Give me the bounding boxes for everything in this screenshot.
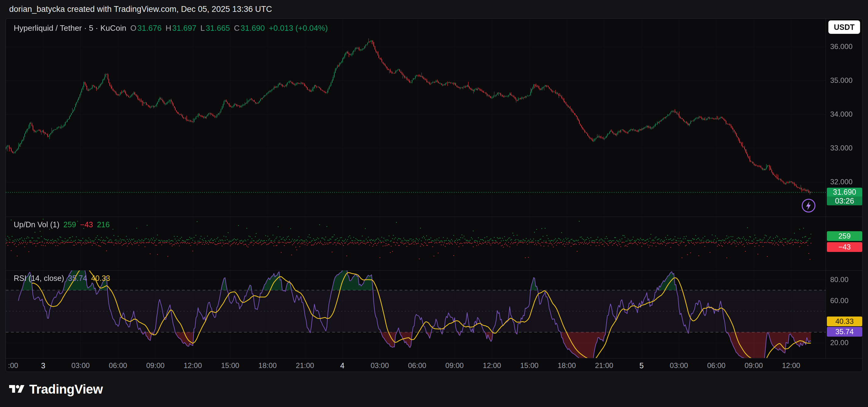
- rsi-title[interactable]: RSI (14, close): [14, 274, 64, 283]
- pane-separator[interactable]: [6, 217, 862, 217]
- time-axis-label: 12:00: [184, 361, 202, 370]
- time-axis-label: 12:00: [483, 361, 501, 370]
- volume-up-badge: 259: [827, 231, 862, 241]
- rsi-ma-value: 40.33: [91, 274, 110, 283]
- time-axis-day-label: 3: [41, 361, 45, 370]
- ohlc-high: H31.697: [165, 24, 196, 33]
- updn-volume-up-value: 259: [63, 220, 76, 229]
- price-tick-label: 36.000: [830, 42, 852, 51]
- ohlc-high-value: 31.697: [172, 24, 196, 33]
- rsi-tick-label: 60.00: [830, 296, 848, 305]
- updn-volume-down-value: −43: [80, 220, 93, 229]
- ohlc-low-value: 31.665: [206, 24, 230, 33]
- ohlc-close-label: C: [234, 24, 240, 33]
- snapshot-attribution: dorian_batycka created with TradingView.…: [9, 5, 272, 14]
- chart-canvas[interactable]: [6, 19, 826, 358]
- price-axis[interactable]: USDT 31.690 03:26 259 −43 40.33 35.74 36…: [826, 19, 863, 358]
- time-axis-label: 09:00: [445, 361, 464, 370]
- time-axis-label: 03:00: [670, 361, 688, 370]
- time-axis-label: 06:00: [707, 361, 725, 370]
- last-price-value: 31.690: [827, 188, 862, 196]
- time-axis-day-label: 5: [640, 361, 644, 370]
- symbol-legend: Hyperliquid / Tether · 5 · KuCoin O31.67…: [14, 24, 328, 33]
- currency-toggle-button[interactable]: USDT: [828, 21, 860, 34]
- rsi-value: 35.74: [68, 274, 87, 283]
- updn-volume-legend: Up/Dn Vol (1) 259 −43 216: [14, 220, 110, 229]
- rsi-ma-badge: 40.33: [827, 316, 862, 326]
- footer: TradingView: [9, 376, 103, 403]
- ohlc-open-label: O: [130, 24, 136, 33]
- ohlc-close: C31.690: [234, 24, 265, 33]
- time-axis-label: 21:00: [296, 361, 314, 370]
- quick-trade-button[interactable]: [801, 198, 816, 213]
- lightning-icon: [801, 198, 816, 213]
- time-axis-label: 03:00: [371, 361, 389, 370]
- pane-separator[interactable]: [6, 270, 862, 271]
- time-axis-label: 09:00: [745, 361, 763, 370]
- time-axis-label: 06:00: [408, 361, 426, 370]
- last-price-badge: 31.690 03:26: [827, 188, 862, 205]
- ohlc-change: +0.013 (+0.04%): [269, 24, 328, 33]
- time-axis[interactable]: :00303:0006:0009:0012:0015:0018:0021:004…: [6, 358, 862, 372]
- time-axis-label: 12:00: [782, 361, 800, 370]
- ohlc-low-label: L: [200, 24, 205, 33]
- time-axis-label: 06:00: [109, 361, 127, 370]
- ohlc-low: L31.665: [200, 24, 230, 33]
- price-tick-label: 34.000: [830, 110, 852, 119]
- rsi-tick-label: 20.00: [830, 339, 848, 347]
- tradingview-wordmark: TradingView: [29, 382, 103, 397]
- time-axis-label: 09:00: [146, 361, 164, 370]
- time-axis-label: 18:00: [557, 361, 576, 370]
- rsi-value-badge: 35.74: [827, 327, 862, 337]
- time-axis-label: 21:00: [595, 361, 613, 370]
- time-axis-label: :00: [8, 361, 18, 370]
- ohlc-open-value: 31.676: [137, 24, 162, 33]
- rsi-tick-label: 80.00: [830, 275, 848, 284]
- price-tick-label: 35.000: [830, 76, 852, 85]
- time-axis-label: 15:00: [520, 361, 538, 370]
- tradingview-logo-icon: [9, 383, 24, 396]
- updn-volume-title[interactable]: Up/Dn Vol (1): [14, 220, 59, 229]
- price-tick-label: 32.000: [830, 178, 852, 186]
- ohlc-open: O31.676: [130, 24, 161, 33]
- volume-down-badge: −43: [827, 242, 862, 252]
- tradingview-logo[interactable]: TradingView: [9, 376, 103, 403]
- ohlc-high-label: H: [165, 24, 171, 33]
- rsi-legend: RSI (14, close) 35.74 40.33: [14, 274, 110, 283]
- snapshot-header: dorian_batycka created with TradingView.…: [0, 0, 868, 18]
- ohlc-close-value: 31.690: [241, 24, 265, 33]
- bar-countdown: 03:26: [827, 196, 862, 205]
- price-tick-label: 33.000: [830, 144, 852, 152]
- time-axis-day-label: 4: [340, 361, 344, 370]
- time-axis-label: 03:00: [71, 361, 90, 370]
- updn-volume-net-value: 216: [97, 220, 110, 229]
- chart-panel: Hyperliquid / Tether · 5 · KuCoin O31.67…: [5, 18, 863, 372]
- symbol-title[interactable]: Hyperliquid / Tether · 5 · KuCoin: [14, 24, 126, 33]
- time-axis-label: 15:00: [221, 361, 239, 370]
- time-axis-label: 18:00: [258, 361, 277, 370]
